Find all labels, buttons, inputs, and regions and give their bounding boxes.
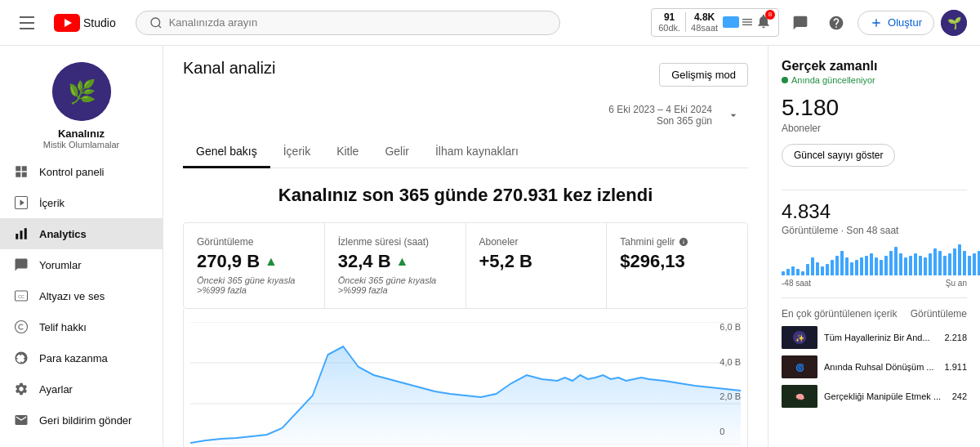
content-item-1[interactable]: 🌀 Anında Ruhsal Dönüşüm ... 1.911: [782, 355, 967, 378]
chart-y-labels: 6,0 B 4,0 B 2,0 B 0: [719, 322, 741, 436]
search-bar[interactable]: [136, 11, 560, 35]
tab-kitle[interactable]: Kitle: [323, 136, 372, 168]
mini-bar-item: [865, 256, 868, 275]
content-item-2[interactable]: 🧠 Gerçekliği Manipüle Etmek ... 242: [782, 385, 967, 408]
mini-bar-item: [948, 253, 951, 275]
tab-icerik[interactable]: İçerik: [270, 136, 323, 168]
y-label-0: 0: [719, 427, 741, 436]
logo: Studio: [54, 14, 116, 32]
show-count-button[interactable]: Güncel sayıyı göster: [782, 144, 895, 167]
svg-rect-12: [22, 166, 27, 171]
help-icon: [828, 15, 844, 31]
y-label-4b: 4,0 B: [719, 357, 741, 367]
time-start-label: -48 saat: [782, 279, 811, 288]
content-item-0[interactable]: ✨ Tüm Hayalleriniz Bir And... 2.218: [782, 326, 967, 349]
date-range-expand-button[interactable]: [719, 101, 748, 130]
subscribers-label: Aboneler: [782, 123, 967, 134]
mini-bar-item: [860, 257, 863, 275]
sidebar-item-icerik[interactable]: İçerik: [0, 187, 163, 218]
metric-revenue-label: Tahmini gelir: [620, 236, 734, 248]
header-right: 91 60dk. 4.8K 48saat 8: [651, 8, 967, 38]
sidebar-label-kontrol: Kontrol paneli: [39, 166, 105, 178]
notifications-icon-wrap[interactable]: 8: [755, 13, 772, 32]
tab-ilham[interactable]: İlham kaynakları: [422, 136, 532, 168]
mini-bar-item: [963, 251, 966, 275]
mini-bar-item: [943, 256, 947, 275]
tab-genel-bakis[interactable]: Genel bakış: [183, 136, 270, 168]
comment-icon: [792, 15, 808, 31]
svg-text:✨: ✨: [795, 333, 805, 343]
sidebar-label-icerik: İçerik: [39, 197, 65, 209]
metrics-row: Görüntüleme 270,9 B ▲ Önceki 365 güne kı…: [183, 222, 748, 309]
svg-text:🌿: 🌿: [67, 78, 96, 105]
header-stat-icons: 8: [723, 13, 772, 32]
sidebar-label-para: Para kazanma: [39, 352, 108, 364]
mini-bar-item: [884, 256, 888, 275]
thumb-image-0: ✨: [782, 326, 817, 349]
metric-revenue: Tahmini gelir $296,13: [607, 223, 747, 308]
top-content-title: En çok görüntülenen içerik: [782, 308, 897, 320]
svg-text:🌱: 🌱: [947, 16, 962, 30]
search-input[interactable]: [169, 16, 546, 29]
comment-icon-btn[interactable]: [786, 8, 815, 38]
svg-marker-16: [20, 199, 24, 206]
header-left: Studio: [13, 10, 116, 36]
create-icon: [870, 16, 883, 29]
chart-container: 6,0 B 4,0 B 2,0 B 0: [183, 309, 748, 447]
sidebar-label-ayarlar: Ayarlar: [39, 383, 73, 396]
content-title-1: Anında Ruhsal Dönüşüm ...: [824, 362, 938, 372]
mini-bar-item: [870, 253, 873, 275]
metric-subs: Aboneler +5,2 B: [466, 223, 608, 308]
content-title-2: Gerçekliği Manipüle Etmek ...: [824, 391, 946, 401]
channel-avatar[interactable]: 🌿: [52, 62, 111, 121]
create-button[interactable]: Oluştur: [858, 11, 934, 35]
mini-bar-item: [973, 253, 976, 275]
metric-views-label: Görüntüleme: [197, 236, 311, 248]
sidebar-item-telif[interactable]: Telif hakkı: [0, 311, 163, 342]
sidebar-item-kontrol-paneli[interactable]: Kontrol paneli: [0, 156, 163, 187]
svg-line-3: [158, 25, 161, 28]
studio-label: Studio: [83, 16, 116, 29]
mini-bar-item: [958, 244, 961, 275]
live-indicator-dot: [782, 77, 788, 83]
sidebar-item-yorumlar[interactable]: Yorumlar: [0, 249, 163, 280]
realtime-subtitle: Anında güncelleniyor: [782, 75, 967, 85]
channel-info: 🌿 Kanalınız Mistik Olumlamalar: [0, 52, 163, 156]
sidebar-item-analytics[interactable]: Analytics: [0, 218, 163, 249]
tabs: Genel bakış İçerik Kitle Gelir İlham kay…: [183, 136, 748, 168]
svg-text:CC: CC: [18, 294, 24, 299]
svg-rect-13: [16, 172, 20, 177]
channel-name: Kanalınız: [58, 127, 105, 140]
content-views-1: 1.911: [944, 362, 967, 372]
avatar[interactable]: 🌱: [941, 10, 967, 36]
help-icon-btn[interactable]: [822, 8, 851, 38]
mini-bar-item: [953, 248, 956, 275]
mini-bar-item: [796, 269, 800, 275]
info-icon: [679, 237, 688, 247]
sidebar-item-ayarlar[interactable]: Ayarlar: [0, 373, 163, 405]
tab-gelir[interactable]: Gelir: [372, 136, 422, 168]
sidebar-item-altyazi[interactable]: CC Altyazı ve ses: [0, 280, 163, 311]
advanced-mode-button[interactable]: Gelişmiş mod: [659, 63, 748, 87]
mini-bar-item: [821, 266, 824, 275]
live-icon: [723, 16, 739, 28]
mini-bar-item: [919, 256, 922, 275]
sidebar-item-geri-bildirim[interactable]: Geri bildirim gönder: [0, 405, 163, 436]
svg-rect-11: [16, 166, 20, 171]
metric-watchtime-up-icon: ▲: [396, 254, 409, 269]
mini-bar-item: [968, 256, 971, 275]
mini-bar-item: [826, 264, 829, 275]
mini-bar-item: [840, 251, 844, 275]
mini-bar-item: [899, 253, 902, 275]
date-sub-text: Son 365 gün: [608, 115, 712, 127]
mini-bar-item: [880, 260, 883, 275]
youtube-logo-icon: [54, 14, 80, 32]
mini-bar-item: [938, 251, 942, 275]
channel-subtitle: Mistik Olumlamalar: [43, 140, 120, 150]
hamburger-button[interactable]: [13, 10, 41, 36]
geri-bildirim-icon: [13, 413, 29, 427]
mini-bar-item: [831, 260, 834, 275]
svg-rect-14: [22, 172, 27, 177]
sidebar-item-para[interactable]: Para kazanma: [0, 342, 163, 373]
top-content-col: Görüntüleme: [911, 308, 967, 320]
